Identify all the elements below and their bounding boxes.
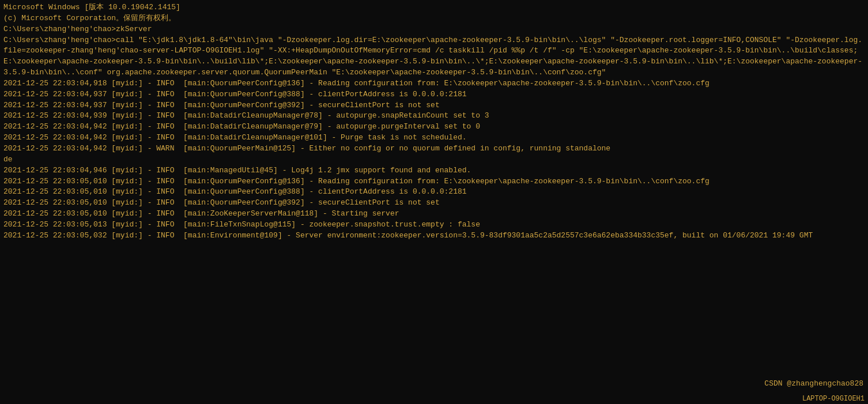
- terminal-line: 2021-12-25 22:03:04,937 [myid:] - INFO […: [3, 100, 865, 111]
- terminal-line: 2021-12-25 22:03:04,939 [myid:] - INFO […: [3, 111, 865, 122]
- terminal-line: 2021-12-25 22:03:04,942 [myid:] - INFO […: [3, 133, 865, 144]
- terminal-line: 2021-12-25 22:03:04,942 [myid:] - INFO […: [3, 122, 865, 133]
- terminal-line: 2021-12-25 22:03:04,937 [myid:] - INFO […: [3, 89, 865, 100]
- taskbar-info: LAPTOP-O9GIOEH1: [799, 394, 868, 404]
- terminal-line: 2021-12-25 22:03:05,010 [myid:] - INFO […: [3, 176, 865, 187]
- terminal-line: de: [3, 154, 865, 165]
- terminal-line: 2021-12-25 22:03:05,010 [myid:] - INFO […: [3, 187, 865, 198]
- terminal-line: 2021-12-25 22:03:05,010 [myid:] - INFO […: [3, 198, 865, 209]
- terminal-line: C:\Users\zhang'heng'chao>zkServer: [3, 24, 865, 35]
- terminal-window: Microsoft Windows [版本 10.0.19042.1415](c…: [0, 0, 868, 404]
- terminal-line: 2021-12-25 22:03:04,946 [myid:] - INFO […: [3, 165, 865, 176]
- terminal-line: 2021-12-25 22:03:05,010 [myid:] - INFO […: [3, 209, 865, 220]
- terminal-line: 2021-12-25 22:03:05,032 [myid:] - INFO […: [3, 231, 865, 241]
- terminal-line: 2021-12-25 22:03:04,942 [myid:] - WARN […: [3, 144, 865, 154]
- terminal-line: 2021-12-25 22:03:05,013 [myid:] - INFO […: [3, 220, 865, 231]
- terminal-line: (c) Microsoft Corporation。保留所有权利。: [3, 13, 865, 24]
- terminal-line: 2021-12-25 22:03:04,918 [myid:] - INFO […: [3, 78, 865, 89]
- terminal-line: Microsoft Windows [版本 10.0.19042.1415]: [3, 2, 865, 13]
- terminal-line: C:\Users\zhang'heng'chao>call "E:\jdk1.8…: [3, 35, 865, 78]
- watermark: CSDN @zhanghengchao828: [764, 379, 863, 388]
